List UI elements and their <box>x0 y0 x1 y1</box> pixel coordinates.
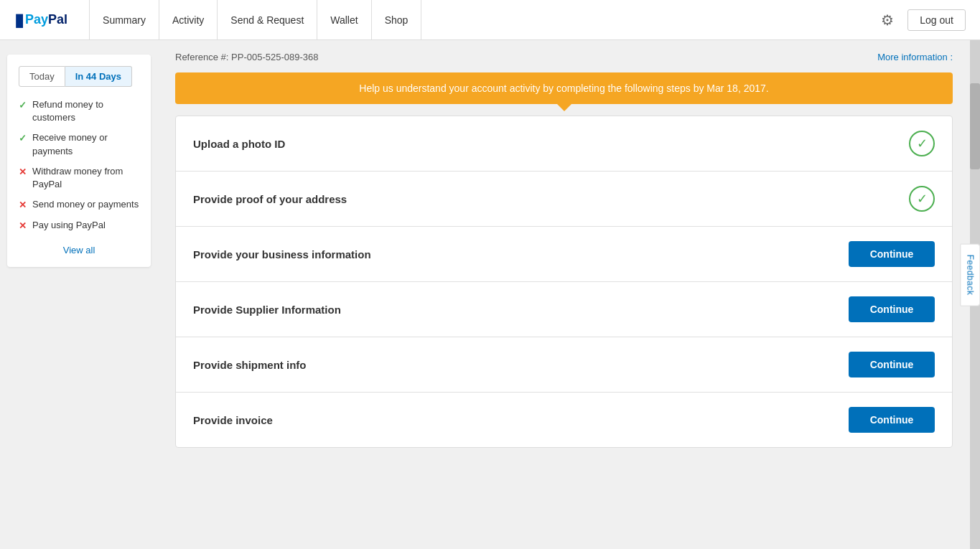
restriction-label-5: Pay using PayPal <box>32 219 106 232</box>
step-label-invoice: Provide invoice <box>193 414 273 426</box>
main-layout: Today In 44 Days ✓ Refund money to custo… <box>0 40 980 549</box>
step-action-supplier-info: Continue <box>849 296 935 322</box>
tab-today[interactable]: Today <box>19 66 65 87</box>
cross-icon-5: ✕ <box>19 220 27 233</box>
scrollbar-thumb[interactable] <box>970 83 980 169</box>
settings-icon[interactable]: ⚙ <box>876 9 899 32</box>
step-action-upload-photo-id: ✓ <box>909 131 935 156</box>
reference-row: Reference #: PP-005-525-089-368 More inf… <box>175 52 953 62</box>
restriction-item-4: ✕ Send money or payments <box>19 198 139 212</box>
paypal-logo: ▮ PayPal <box>14 10 67 30</box>
logo-pay: Pay <box>25 12 48 27</box>
main-nav: Summary Activity Send & Request Wallet S… <box>89 0 876 40</box>
step-label-supplier-info: Provide Supplier Information <box>193 304 341 316</box>
reference-number: Reference #: PP-005-525-089-368 <box>175 52 318 62</box>
header-right: ⚙ Log out <box>876 9 966 32</box>
check-circle-upload-photo-id: ✓ <box>909 131 935 156</box>
header: ▮ PayPal Summary Activity Send & Request… <box>0 0 980 40</box>
continue-button-invoice[interactable]: Continue <box>849 407 935 433</box>
feedback-tab[interactable]: Feedback <box>961 243 980 306</box>
step-action-proof-address: ✓ <box>909 186 935 212</box>
logo-pal: Pal <box>48 12 67 27</box>
more-info-link[interactable]: More information : <box>877 52 953 62</box>
step-proof-address: Provide proof of your address ✓ <box>176 172 952 227</box>
nav-item-activity[interactable]: Activity <box>159 0 218 40</box>
continue-button-business-info[interactable]: Continue <box>849 241 935 267</box>
restriction-list: ✓ Refund money to customers ✓ Receive mo… <box>19 98 139 233</box>
nav-item-shop[interactable]: Shop <box>372 0 422 40</box>
tab-in44days[interactable]: In 44 Days <box>65 66 132 87</box>
sidebar: Today In 44 Days ✓ Refund money to custo… <box>0 40 158 549</box>
step-action-business-info: Continue <box>849 241 935 267</box>
view-all-link[interactable]: View all <box>19 245 139 255</box>
content-area: Reference #: PP-005-525-089-368 More inf… <box>158 40 970 549</box>
restriction-item-2: ✓ Receive money or payments <box>19 131 139 157</box>
restriction-item-1: ✓ Refund money to customers <box>19 98 139 124</box>
steps-container: Upload a photo ID ✓ Provide proof of you… <box>175 116 953 448</box>
step-shipment-info: Provide shipment info Continue <box>176 337 952 393</box>
step-supplier-info: Provide Supplier Information Continue <box>176 282 952 337</box>
restriction-label-2: Receive money or payments <box>32 131 139 157</box>
step-label-proof-address: Provide proof of your address <box>193 193 347 205</box>
restriction-item-3: ✕ Withdraw money from PayPal <box>19 165 139 191</box>
sidebar-card: Today In 44 Days ✓ Refund money to custo… <box>7 55 151 267</box>
continue-button-shipment-info[interactable]: Continue <box>849 352 935 377</box>
nav-item-send-request[interactable]: Send & Request <box>218 0 317 40</box>
alert-banner: Help us understand your account activity… <box>175 72 953 104</box>
check-circle-proof-address: ✓ <box>909 186 935 212</box>
check-icon-1: ✓ <box>19 99 27 112</box>
step-label-upload-photo-id: Upload a photo ID <box>193 138 285 150</box>
cross-icon-4: ✕ <box>19 199 27 212</box>
sidebar-tabs: Today In 44 Days <box>19 66 139 87</box>
step-upload-photo-id: Upload a photo ID ✓ <box>176 116 952 172</box>
nav-item-summary[interactable]: Summary <box>89 0 159 40</box>
cross-icon-3: ✕ <box>19 166 27 179</box>
restriction-item-5: ✕ Pay using PayPal <box>19 219 139 233</box>
restriction-label-1: Refund money to customers <box>32 98 139 124</box>
step-action-shipment-info: Continue <box>849 352 935 377</box>
step-invoice: Provide invoice Continue <box>176 393 952 447</box>
step-label-shipment-info: Provide shipment info <box>193 359 307 371</box>
step-business-info: Provide your business information Contin… <box>176 227 952 282</box>
check-icon-2: ✓ <box>19 132 27 145</box>
restriction-label-3: Withdraw money from PayPal <box>32 165 139 191</box>
nav-item-wallet[interactable]: Wallet <box>317 0 371 40</box>
logout-button[interactable]: Log out <box>907 9 966 31</box>
restriction-label-4: Send money or payments <box>32 198 139 211</box>
continue-button-supplier-info[interactable]: Continue <box>849 296 935 322</box>
step-label-business-info: Provide your business information <box>193 248 371 261</box>
step-action-invoice: Continue <box>849 407 935 433</box>
